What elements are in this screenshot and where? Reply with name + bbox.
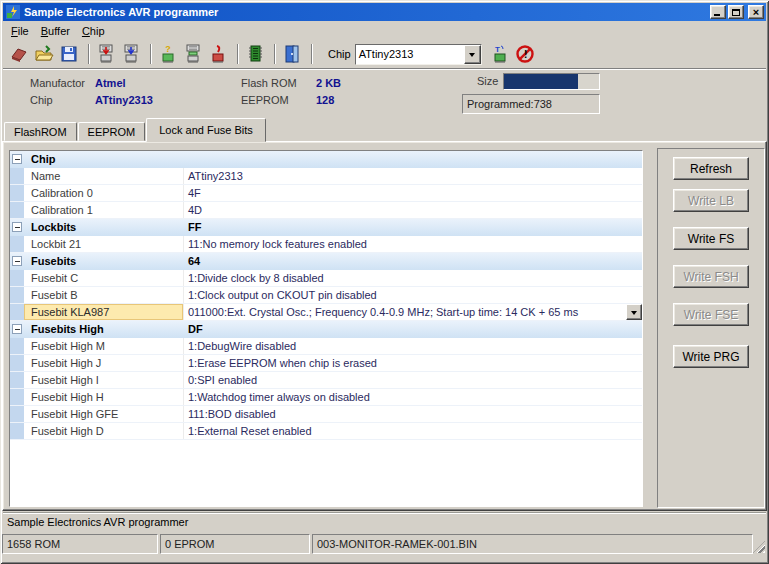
manufactor-value: Atmel	[95, 77, 126, 89]
write-lb-button: Write LB	[673, 189, 749, 212]
table-row[interactable]: Fusebit C1:Divide clock by 8 disabled	[10, 270, 642, 287]
row-value: 1:Erase EEPROM when chip is erased	[184, 355, 642, 371]
collapse-toggle-icon[interactable]	[12, 324, 22, 334]
table-row[interactable]: Fusebit High M1:DebugWire disabled	[10, 338, 642, 355]
open-folder-icon	[34, 44, 56, 64]
toolbar-separator	[274, 44, 276, 64]
window-title: Sample Electronics AVR programmer	[24, 6, 708, 18]
menu-item-file[interactable]: File	[5, 23, 35, 39]
tab-lock-and-fuse-bits[interactable]: Lock and Fuse Bits	[146, 118, 266, 142]
test-chip-button[interactable]: T	[489, 42, 513, 66]
table-row[interactable]: NameATtiny2313	[10, 168, 642, 185]
exit-icon	[282, 44, 304, 64]
tab-eeprom[interactable]: EEPROM	[78, 122, 146, 141]
row-gutter	[10, 287, 24, 303]
row-label: Fusebit High GFE	[24, 406, 184, 422]
write-prg-button[interactable]: Write PRG	[673, 345, 749, 368]
row-value: 1:Divide clock by 8 disabled	[184, 270, 642, 286]
table-row[interactable]: Calibration 04F	[10, 185, 642, 202]
row-gutter	[10, 406, 24, 422]
row-gutter	[10, 185, 24, 201]
exit-button[interactable]	[281, 42, 305, 66]
row-value: 011000:Ext. Crystal Osc.; Frequency 0.4-…	[184, 304, 642, 320]
table-row[interactable]: Fusebit High GFE111:BOD disabled	[10, 406, 642, 423]
menu-item-buffer[interactable]: Buffer	[35, 23, 76, 39]
memory-button[interactable]	[244, 42, 268, 66]
close-button[interactable]: ×	[748, 5, 764, 19]
read-chip-icon	[121, 44, 143, 64]
row-value-text: 64	[188, 255, 200, 267]
chip-value: ATtiny2313	[95, 94, 153, 106]
row-label: Lockbits	[24, 219, 184, 236]
app-icon	[6, 5, 20, 19]
group-row[interactable]: Fusebits64	[10, 253, 642, 270]
menu-item-chip[interactable]: Chip	[76, 23, 111, 39]
compare-chip-button[interactable]	[182, 42, 206, 66]
table-row[interactable]: Fusebit KLA987011000:Ext. Crystal Osc.; …	[10, 304, 642, 321]
chip-select-label: Chip	[328, 48, 351, 60]
write-fs-button[interactable]: Write FS	[673, 227, 749, 250]
minimize-button[interactable]	[710, 5, 726, 19]
resize-grip[interactable]	[753, 541, 765, 553]
row-value: 111:BOD disabled	[184, 406, 642, 422]
erase-chip-button[interactable]	[207, 42, 231, 66]
table-row[interactable]: Fusebit High J1:Erase EEPROM when chip i…	[10, 355, 642, 372]
row-value: ATtiny2313	[184, 168, 642, 184]
flashrom-value: 2 KB	[316, 77, 341, 89]
row-value: 1:Watchdog timer always on disabled	[184, 389, 642, 405]
row-value-text: 111:BOD disabled	[188, 408, 276, 420]
maximize-button[interactable]	[728, 5, 744, 19]
group-row[interactable]: LockbitsFF	[10, 219, 642, 236]
table-row[interactable]: Calibration 14D	[10, 202, 642, 219]
collapse-toggle-icon[interactable]	[12, 222, 22, 232]
minimize-icon	[714, 14, 720, 16]
chip-combobox-dropdown-button[interactable]	[464, 45, 481, 64]
row-value-text: 0:SPI enabled	[188, 374, 257, 386]
table-row[interactable]: Fusebit B1:Clock output on CKOUT pin dis…	[10, 287, 642, 304]
open-folder-button[interactable]	[33, 42, 57, 66]
row-value-text: 1:DebugWire disabled	[188, 340, 296, 352]
fuse-grid: ChipNameATtiny2313Calibration 04FCalibra…	[9, 150, 643, 507]
row-value-text: DF	[188, 323, 203, 335]
save-button[interactable]	[58, 42, 82, 66]
write-fse-button: Write FSE	[673, 303, 749, 326]
row-value-text: 1:External Reset enabled	[188, 425, 312, 437]
refresh-button[interactable]: Refresh	[673, 157, 749, 180]
row-dropdown-button[interactable]	[626, 304, 642, 320]
row-gutter	[10, 168, 24, 184]
verify-chip-icon: ?	[158, 44, 180, 64]
write-chip-button[interactable]	[95, 42, 119, 66]
verify-chip-button[interactable]: ?	[157, 42, 181, 66]
cancel-button[interactable]: !	[514, 42, 538, 66]
collapse-toggle-icon[interactable]	[12, 256, 22, 266]
row-value: 11:No memory lock features enabled	[184, 236, 642, 252]
toolbar-separator	[88, 44, 90, 64]
row-value: 4D	[184, 202, 642, 218]
size-progress-bar	[503, 73, 600, 90]
status-bar: 1658 ROM0 EPROM003-MONITOR-RAMEK-001.BIN	[2, 532, 767, 556]
row-label: Chip	[24, 151, 184, 168]
table-row[interactable]: Fusebit High D1:External Reset enabled	[10, 423, 642, 440]
svg-text:?: ?	[165, 44, 171, 54]
group-row[interactable]: Fusebits HighDF	[10, 321, 642, 338]
row-value-text: 1:Clock output on CKOUT pin disabled	[188, 289, 377, 301]
row-gutter	[10, 219, 24, 236]
message-bar: Sample Electronics AVR programmer	[3, 512, 766, 531]
table-row[interactable]: Fusebit High I0:SPI enabled	[10, 372, 642, 389]
table-row[interactable]: Fusebit High H1:Watchdog timer always on…	[10, 389, 642, 406]
collapse-toggle-icon[interactable]	[12, 154, 22, 164]
eraser-button[interactable]	[8, 42, 32, 66]
chevron-down-icon	[631, 311, 637, 318]
tab-flashrom[interactable]: FlashROM	[4, 122, 77, 141]
row-gutter	[10, 389, 24, 405]
cancel-icon: !	[515, 44, 537, 64]
eeprom-label: EEPROM	[241, 94, 289, 106]
toolbar-separator	[150, 44, 152, 64]
read-chip-button[interactable]	[120, 42, 144, 66]
row-value: 4F	[184, 185, 642, 201]
tab-page: ChipNameATtiny2313Calibration 04FCalibra…	[2, 141, 767, 511]
group-row[interactable]: Chip	[10, 151, 642, 168]
chip-combobox[interactable]: ATtiny2313	[355, 44, 482, 65]
maximize-icon	[732, 9, 740, 16]
table-row[interactable]: Lockbit 2111:No memory lock features ena…	[10, 236, 642, 253]
